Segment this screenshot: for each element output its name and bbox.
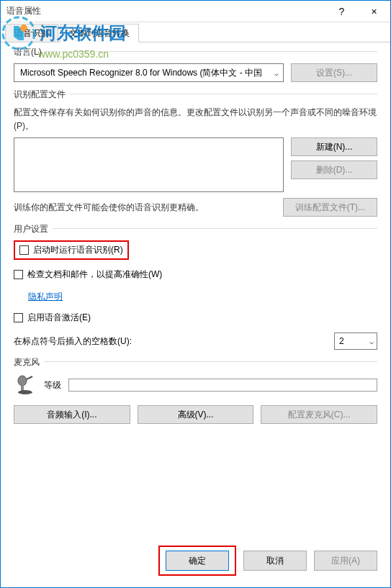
tab-bar: 语音识别 文本到语音转换 [1, 24, 390, 42]
run-at-startup-label: 启动时运行语音识别(R) [33, 244, 123, 256]
ok-button[interactable]: 确定 [166, 551, 229, 571]
train-profile-button[interactable]: 训练配置文件(T)... [283, 198, 377, 217]
delete-profile-button[interactable]: 删除(D)... [291, 160, 377, 179]
spaces-label: 在标点符号后插入的空格数(U): [14, 335, 132, 348]
titlebar-buttons: ? × [325, 1, 390, 22]
spaces-select[interactable]: 2 [334, 333, 377, 350]
user-settings-legend: 用户设置 [14, 223, 53, 235]
window-title: 语音属性 [6, 5, 41, 17]
profile-description: 配置文件保存有关如何识别你的声音的信息。更改配置文件以识别另一个声音或不同的噪音… [14, 106, 377, 133]
tab-text-to-speech[interactable]: 文本到语音转换 [60, 24, 139, 42]
run-at-startup-checkbox[interactable] [19, 245, 29, 255]
mic-level-label: 等级 [44, 379, 61, 392]
profile-fieldset: 识别配置文件 配置文件保存有关如何识别你的声音的信息。更改配置文件以识别另一个声… [14, 94, 377, 217]
dialog-footer: 确定 取消 应用(A) [158, 546, 377, 576]
apply-button[interactable]: 应用(A) [314, 551, 377, 571]
advanced-button[interactable]: 高级(V)... [138, 405, 254, 424]
user-settings-fieldset: 用户设置 启动时运行语音识别(R) 检查文档和邮件，以提高准确性(W) 隐私声明… [14, 228, 377, 350]
language-legend: 语言(L) [14, 46, 46, 58]
train-description: 训练你的配置文件可能会使你的语音识别更精确。 [14, 202, 276, 214]
microphone-legend: 麦克风 [14, 356, 44, 368]
mic-level-bar [68, 379, 377, 392]
language-select[interactable]: Microsoft Speech Recognizer 8.0 for Wind… [14, 63, 284, 82]
svg-rect-3 [21, 384, 24, 391]
tab-speech-recognition[interactable]: 语音识别 [5, 24, 58, 42]
close-button[interactable]: × [358, 1, 390, 22]
svg-line-5 [27, 376, 32, 379]
voice-activate-checkbox[interactable] [14, 313, 23, 322]
main-content: 语言(L) Microsoft Speech Recognizer 8.0 fo… [1, 42, 390, 444]
voice-activate-label: 启用语音激活(E) [27, 312, 91, 324]
help-button[interactable]: ? [325, 1, 358, 22]
profile-listbox[interactable] [14, 137, 284, 192]
review-docs-label: 检查文档和邮件，以提高准确性(W) [27, 268, 162, 281]
audio-input-button[interactable]: 音频输入(I)... [14, 405, 130, 424]
new-profile-button[interactable]: 新建(N)... [291, 137, 377, 156]
microphone-fieldset: 麦克风 等级 音频输入(I)... 高级(V)... 配置麦克风(C)... [14, 361, 377, 424]
highlight-ok-button: 确定 [158, 546, 236, 576]
config-mic-button[interactable]: 配置麦克风(C)... [261, 405, 377, 424]
language-settings-button[interactable]: 设置(S)... [291, 63, 377, 82]
language-fieldset: 语言(L) Microsoft Speech Recognizer 8.0 fo… [14, 51, 377, 82]
profile-legend: 识别配置文件 [14, 89, 70, 101]
cancel-button[interactable]: 取消 [243, 551, 307, 571]
titlebar: 语音属性 ? × [1, 1, 390, 22]
privacy-statement-link[interactable]: 隐私声明 [28, 291, 63, 303]
review-docs-checkbox[interactable] [14, 270, 23, 279]
highlight-startup-checkbox: 启动时运行语音识别(R) [14, 240, 129, 260]
svg-point-4 [18, 390, 32, 394]
microphone-icon [14, 374, 37, 397]
